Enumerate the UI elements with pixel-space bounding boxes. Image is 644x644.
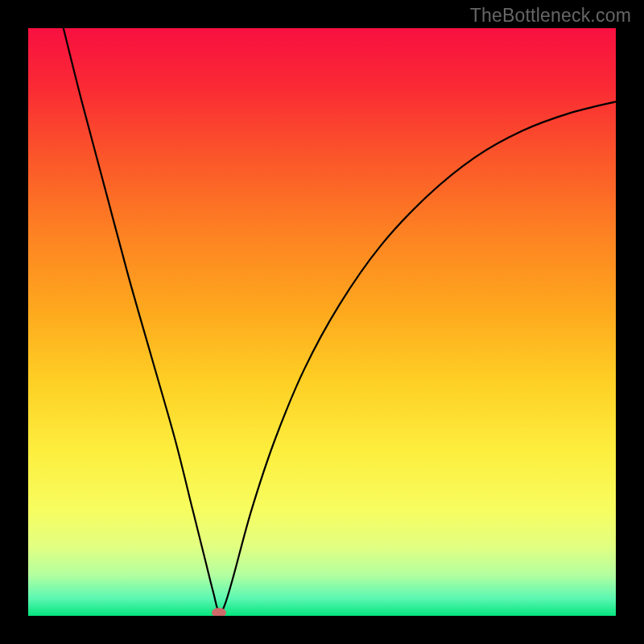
optimal-point-marker [212,608,226,616]
plot-area [28,28,616,616]
watermark-text: TheBottleneck.com [470,5,631,27]
chart-frame: TheBottleneck.com [0,0,644,644]
bottleneck-curve [28,28,616,616]
